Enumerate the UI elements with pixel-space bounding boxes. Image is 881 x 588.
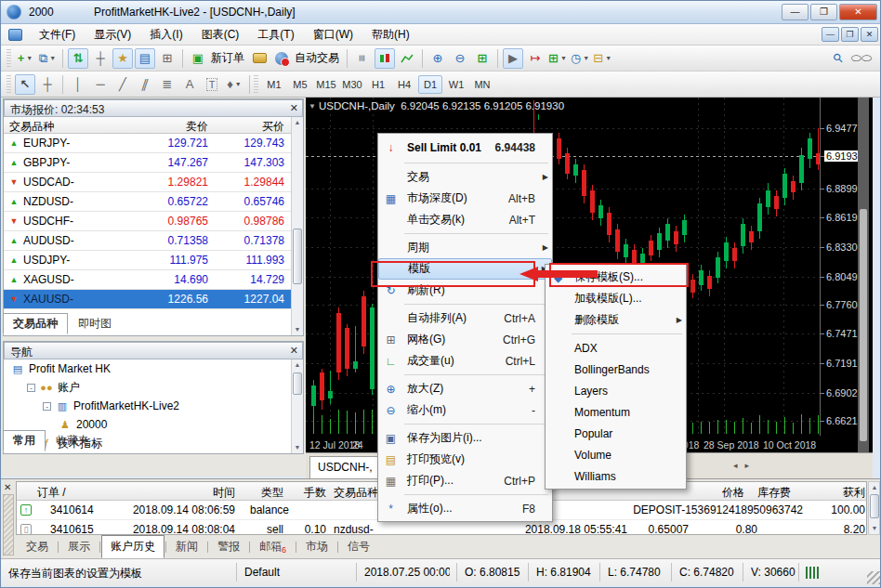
fibonacci-tool-button[interactable]: ≣	[157, 74, 178, 95]
autotrading-button[interactable]	[271, 48, 292, 69]
text-label-tool-button[interactable]: T	[202, 74, 222, 95]
terminal-tab[interactable]: 账户历史	[101, 535, 164, 558]
template-submenu-item[interactable]: 删除模版▶	[546, 309, 686, 331]
zoom-in-button[interactable]: ⊕	[427, 48, 448, 69]
period-button-m15[interactable]: M15	[314, 75, 338, 94]
arrows-tool-button[interactable]: ♦▼	[224, 74, 244, 95]
expander-icon[interactable]: -	[43, 402, 51, 411]
navigator-tab[interactable]: 常用	[3, 430, 46, 451]
close-icon[interactable]: ✕	[4, 482, 11, 492]
template-submenu-item[interactable]: Momentum	[546, 401, 686, 423]
period-button-m5[interactable]: M5	[288, 75, 312, 94]
table-row[interactable]: ▯34106152018.09.14 08:08:04sell0.10nzdus…	[17, 520, 866, 535]
context-menu-item[interactable]: ⊕放大(Z)+	[378, 378, 552, 399]
toolbar-drag-handle[interactable]	[254, 75, 258, 94]
period-button-h1[interactable]: H1	[366, 75, 390, 94]
column-header[interactable]: 手数	[291, 485, 326, 501]
chart-shift-button[interactable]: ↦	[525, 48, 546, 69]
autotrading-label[interactable]: 自动交易	[295, 50, 339, 66]
toolbar-drag-handle[interactable]	[7, 49, 11, 68]
candlestick-button[interactable]	[375, 48, 395, 69]
context-menu-item[interactable]: 单击交易(k)Alt+T	[378, 209, 552, 230]
scroll-down-icon[interactable]: ▼	[292, 324, 303, 335]
navigator-tab[interactable]: 收藏夹	[46, 430, 99, 451]
terminal-tab[interactable]: 市场	[297, 536, 336, 557]
terminal-tab[interactable]: 展示	[59, 536, 99, 557]
vertical-line-tool-button[interactable]: │	[68, 74, 88, 95]
menubar-item[interactable]: 图表(C)	[192, 25, 249, 44]
crosshair-tool-button[interactable]: ┼	[37, 74, 58, 95]
terminal-tab[interactable]: 邮箱6	[251, 536, 295, 557]
market-watch-row[interactable]: ▲USDJPY-111.975111.993	[4, 251, 291, 270]
close-button[interactable]: ✕	[839, 4, 877, 20]
mdi-close-button[interactable]: ✕	[861, 27, 878, 42]
column-header[interactable]: 价格	[700, 485, 744, 501]
new-chart-button[interactable]: +▼	[15, 48, 35, 69]
column-header[interactable]: 获利	[823, 485, 865, 501]
scroll-down-icon[interactable]: ▼	[869, 523, 880, 534]
scroll-up-icon[interactable]: ▲	[292, 359, 303, 371]
terminal-scrollbar[interactable]: ▲ ▼	[868, 481, 880, 535]
zoom-out-button[interactable]: ⊖	[450, 48, 470, 69]
context-menu-item[interactable]: 周期▶	[378, 237, 552, 258]
one-click-trading-collapse-icon[interactable]: ▼	[309, 102, 316, 111]
market-watch-row[interactable]: ▼USDCAD-1.298211.29844	[4, 173, 291, 192]
context-menu-item[interactable]: ⊖缩小(m)-	[378, 399, 552, 421]
bar-chart-button[interactable]: ≡	[352, 48, 373, 69]
new-order-button[interactable]: ▣	[188, 48, 208, 69]
template-submenu-item[interactable]: Volume	[546, 444, 686, 465]
terminal-tab[interactable]: 信号	[339, 536, 378, 557]
tab-scroll-arrows[interactable]: ◂▸	[733, 461, 756, 470]
horizontal-line-tool-button[interactable]: ─	[90, 74, 111, 95]
context-menu-item[interactable]: *属性(o)...F8	[378, 498, 552, 519]
column-header[interactable]: 库存费	[749, 485, 791, 501]
resize-grip[interactable]	[867, 571, 880, 584]
toolbar-drag-handle[interactable]	[7, 75, 11, 94]
quick-chart-icon[interactable]	[806, 567, 819, 579]
period-button-w1[interactable]: W1	[444, 75, 468, 94]
channel-tool-button[interactable]: ∥	[135, 74, 155, 95]
terminal-tab[interactable]: 交易	[18, 536, 57, 557]
period-button-mn[interactable]: MN	[470, 75, 494, 94]
text-tool-button[interactable]: A	[179, 74, 200, 95]
cursor-tool-button[interactable]: ↖	[15, 74, 35, 95]
market-watch-scrollbar[interactable]: ▲ ▼	[291, 117, 303, 335]
market-watch-row[interactable]: ▲EURJPY-129.721129.743	[4, 134, 291, 153]
search-icon[interactable]: ⚲	[828, 48, 848, 69]
close-icon[interactable]: ✕	[290, 102, 298, 114]
template-submenu-item[interactable]: BollingerBands	[546, 359, 686, 380]
column-header[interactable]: 类型	[244, 485, 283, 501]
auto-scroll-button[interactable]: ▶	[503, 48, 523, 69]
menubar-item[interactable]: 工具(T)	[248, 25, 303, 44]
market-watch-row[interactable]: ▼XAUUSD-1226.561227.04	[4, 290, 291, 309]
context-menu-item[interactable]: ⊞网格(G)Ctrl+G	[378, 329, 552, 350]
market-watch-row[interactable]: ▲GBPJPY-147.267147.303	[4, 153, 291, 173]
scroll-up-icon[interactable]: ▲	[292, 117, 303, 128]
template-submenu-item[interactable]: Layers	[546, 380, 686, 401]
expander-icon[interactable]: -	[27, 384, 35, 392]
maximize-button[interactable]: ❐	[810, 4, 837, 20]
chart-vertical-scrollbar[interactable]	[858, 98, 869, 452]
tile-windows-button[interactable]: ⊞	[472, 48, 493, 69]
template-submenu-item[interactable]: 加载模版(L)...	[546, 288, 686, 309]
line-chart-button[interactable]	[397, 48, 417, 69]
context-menu-item[interactable]: ∟成交量(u)Ctrl+L	[378, 350, 552, 372]
market-watch-row[interactable]: ▼USDCHF-0.987650.98786	[4, 212, 291, 231]
data-window-button[interactable]: ┼	[90, 48, 111, 69]
navigator-button[interactable]: ★	[112, 48, 133, 69]
context-menu-item[interactable]: ▤打印预览(v)	[378, 449, 552, 470]
context-menu-item[interactable]: 交易▶	[378, 166, 552, 188]
template-submenu-item[interactable]: Williams	[546, 465, 686, 487]
terminal-tab[interactable]: 新闻	[167, 536, 206, 557]
context-menu-item[interactable]: ▦市场深度(D)Alt+B	[378, 188, 552, 209]
period-button-m30[interactable]: M30	[340, 75, 364, 94]
navigator-item[interactable]: -▥ProfitMarketHK-Live2	[4, 397, 291, 415]
period-button-d1[interactable]: D1	[418, 75, 442, 94]
context-menu-item[interactable]: ▣保存为图片(i)...	[378, 427, 552, 449]
scroll-up-icon[interactable]: ▲	[869, 482, 880, 493]
new-order-label[interactable]: 新订单	[211, 50, 244, 66]
column-header[interactable]: 时间	[156, 485, 235, 501]
menubar-item[interactable]: 插入(I)	[140, 25, 191, 44]
market-watch-tab[interactable]: 即时图	[68, 313, 122, 334]
chat-icon[interactable]: ⬭⬭	[850, 48, 873, 69]
